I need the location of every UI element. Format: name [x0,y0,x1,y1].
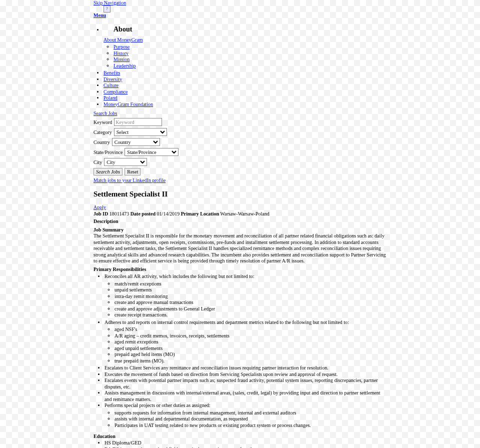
category-label: Category [94,130,112,135]
country-select[interactable]: Country [112,138,160,146]
nav-foundation[interactable]: MoneyGram Foundation [104,102,153,107]
reset-button[interactable]: Reset [124,168,140,176]
primary-resp-heading: Primary Responsibilities [94,266,388,273]
search-section: Search Jobs Keyword Category Select Coun… [94,110,480,183]
country-label: Country [94,140,110,145]
date-posted-value: 01/14/2019 [157,211,180,216]
nav-diversity[interactable]: Diversity [104,76,122,82]
job-meta: Job ID 18011473 Date posted 01/14/2019 P… [94,211,480,216]
job-title: Settlement Specialist II [94,190,480,198]
responsibilities: Reconciles all AR activity, which includ… [94,274,388,428]
education-list: HS Diploma/GED BA/BS in accounting or re… [94,440,388,448]
resp-7-1: supports requests for information from i… [114,410,388,416]
resp-1-6: create receipt transactions. [114,312,388,318]
resp-2: Adheres to and reports on internal contr… [104,320,349,325]
keyword-label: Keyword [94,120,112,125]
nav-culture[interactable]: Culture [104,82,118,88]
resp-2-1: aged NSF's [114,326,388,333]
job-id-value: 18011473 [110,211,130,216]
primary-location-label: Primary Location [181,211,219,216]
skip-navigation-link[interactable]: Skip Navigation [94,0,126,6]
category-select[interactable]: Select [114,128,167,136]
search-jobs-link[interactable]: Search Jobs [94,110,118,116]
keyword-input[interactable] [114,118,162,126]
resp-1: Reconciles all AR activity, which includ… [104,274,254,279]
primary-location-value: Warsaw-Warsaw-Poland [220,211,269,216]
resp-2-4: aged unpaid settlements [114,346,388,352]
sub-leadership[interactable]: Leadership [114,63,136,68]
sub-mission[interactable]: Mission [114,56,130,62]
resp-3: Escalates to Client Services any remitta… [104,365,388,372]
resp-5: Escalates events with potential partner … [104,378,388,390]
resp-4: Executes the movement of funds based on … [104,372,388,378]
resp-1-5: create and approve adjustments to Genera… [114,306,388,312]
sub-history[interactable]: History [114,50,128,56]
about-moneygram-link[interactable]: About MoneyGram [104,37,143,42]
resp-2-6: true prepaid items (MO). [114,358,388,364]
resp-1-1: match/remit exceptions [114,281,388,288]
resp-2-2: A/R aging – credit memos, invoices, rece… [114,333,388,340]
about-heading: About [114,25,480,34]
resp-7: Performs special projects or other dutie… [104,402,210,408]
resp-7-3: Participates in UAT testing related to n… [114,422,388,429]
state-select[interactable]: State/Province [124,148,178,156]
city-select[interactable]: City [104,158,147,166]
resp-1-3: intra‑day remit monitoring [114,294,388,300]
menu-toggle[interactable]: Menu [94,12,106,18]
date-posted-label: Date posted [130,211,156,216]
resp-2-3: aged remit exceptions [114,339,388,346]
sub-purpose[interactable]: Purpose [114,44,130,50]
resp-7-2: assists with internal and departmental d… [114,416,388,422]
resp-6: Assists management in discussions with i… [104,390,388,402]
job-summary-heading: Job Summary [94,227,388,234]
nav-compliance[interactable]: Compliance [104,89,128,94]
about-nav: About About MoneyGram Purpose History Mi… [94,25,480,108]
apply-top-link[interactable]: Apply [94,204,106,210]
search-button[interactable]: Search Jobs [94,168,122,176]
nav-benefits[interactable]: Benefits [104,70,120,76]
resp-1-2: unpaid settlements [114,287,388,294]
resp-2-5: prepaid aged held items (MO) [114,352,388,358]
state-label: State/Province [94,150,122,155]
education-heading: Education [94,434,480,439]
city-label: City [94,160,102,165]
job-id-label: Job ID [94,211,108,216]
job-summary-text: The Settlement Specialist II is responsi… [94,233,388,264]
help-icon: ? [104,6,110,12]
linkedin-match-link[interactable]: Match jobs to your LinkedIn profile [94,178,166,183]
edu-2: BA/BS in accounting or related field or … [104,446,388,448]
resp-1-4: create and approve manual transactions [114,300,388,306]
nav-poland[interactable]: Poland [104,95,118,100]
edu-1: HS Diploma/GED [104,440,388,446]
description-heading: Description [94,218,388,225]
